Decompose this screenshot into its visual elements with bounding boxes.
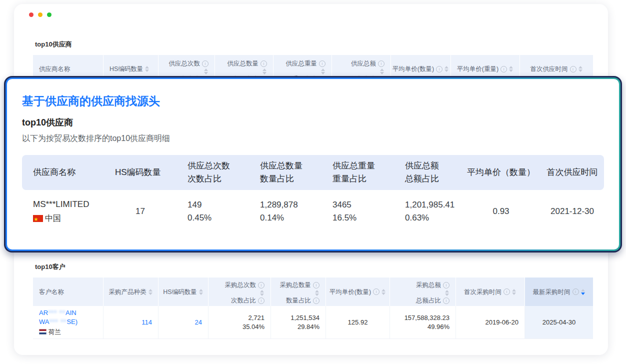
customers-table-header: 客户名称 采购产品种类 HS编码数量 采购总次数 次数占比 采购总数量 数量占比… xyxy=(33,278,593,306)
col-header-first-purchase-date[interactable]: 首次采购时间 xyxy=(456,278,525,306)
col-header-first-supply-date: 首次供应时间 xyxy=(540,155,604,190)
supply-weight-cell: 3465 16.5% xyxy=(322,190,394,233)
purchase-amount-cell: 157,588,328.23 49.96% xyxy=(390,306,456,339)
info-icon[interactable] xyxy=(443,282,450,288)
overlay-table-header: 供应商名称 HS编码数量 供应总次数 次数占比 供应总数量 数量占比 供应总重量 xyxy=(22,155,604,190)
page: top10供应商 供应商名称 HS编码数量 供应总次数 次数占比 供应总数量 数… xyxy=(0,0,626,364)
sort-icon[interactable] xyxy=(262,68,267,74)
col-header-customer-name: 客户名称 xyxy=(33,278,104,306)
close-window-button[interactable] xyxy=(29,12,34,17)
col-header-product-types[interactable]: 采购产品种类 xyxy=(104,278,158,306)
supplier-name-cell: MS***LIMITED 中国 xyxy=(22,190,104,233)
info-icon[interactable] xyxy=(378,60,384,67)
col-header-supplier-name: 供应商名称 xyxy=(22,155,104,190)
highlight-overlay-panel: 基于供应商的供应商找源头 top10供应商 以下为按贸易次数排序的top10供应… xyxy=(4,76,622,252)
supply-qty-cell: 1,289,878 0.14% xyxy=(249,190,322,233)
avg-price-cell: 125.92 xyxy=(326,306,390,339)
info-icon[interactable] xyxy=(313,298,320,304)
info-icon[interactable] xyxy=(436,66,442,72)
hs-code-count-link[interactable]: 24 xyxy=(195,318,202,327)
redacted-text: *** ** xyxy=(49,318,66,326)
sort-icon[interactable] xyxy=(145,66,150,72)
customers-section-title: top10客户 xyxy=(35,262,66,272)
customer-name-link[interactable]: AR*** **AIN xyxy=(39,308,97,318)
info-icon[interactable] xyxy=(258,298,264,304)
info-icon[interactable] xyxy=(313,282,320,288)
avg-price-cell: 0.93 xyxy=(462,190,540,233)
supplier-name: MS***LIMITED xyxy=(33,198,100,211)
sort-icon[interactable] xyxy=(148,289,153,295)
product-types-cell: 114 xyxy=(104,306,158,339)
col-header-latest-purchase-date[interactable]: 最新采购时间 xyxy=(525,278,593,306)
sort-icon[interactable] xyxy=(578,66,583,72)
col-header-supply-weight: 供应总重量 重量占比 xyxy=(322,155,394,190)
product-types-link[interactable]: 114 xyxy=(142,318,152,327)
customer-name-cell: AR*** **AIN WA*** **SE) 荷兰 xyxy=(33,306,104,339)
sort-icon[interactable] xyxy=(445,290,450,296)
info-icon[interactable] xyxy=(570,66,576,72)
col-header-hs-code-count[interactable]: HS编码数量 xyxy=(158,278,208,306)
hs-code-count-cell: 17 xyxy=(104,190,176,233)
purchase-qty-cell: 1,251,534 29.84% xyxy=(271,306,326,339)
overlay-heading: 基于供应商的供应商找源头 xyxy=(22,94,604,108)
info-icon[interactable] xyxy=(500,66,507,72)
col-header-supply-qty: 供应总数量 数量占比 xyxy=(249,155,322,190)
latest-purchase-date-cell: 2025-04-30 xyxy=(525,306,593,339)
customers-table-row: AR*** **AIN WA*** **SE) 荷兰 114 24 2,721 … xyxy=(33,306,593,339)
sort-icon[interactable] xyxy=(204,68,208,74)
info-icon[interactable] xyxy=(504,288,510,295)
sort-icon[interactable] xyxy=(444,66,449,72)
overlay-suppliers-table: 供应商名称 HS编码数量 供应总次数 次数占比 供应总数量 数量占比 供应总重量 xyxy=(22,155,604,233)
suppliers-section-title: top10供应商 xyxy=(35,40,72,49)
supply-times-cell: 149 0.45% xyxy=(176,190,249,233)
info-icon[interactable] xyxy=(373,288,380,295)
info-icon[interactable] xyxy=(319,60,326,67)
col-header-avg-price-qty: 平均单价（数量） xyxy=(462,155,540,190)
info-icon[interactable] xyxy=(202,60,208,67)
sort-icon[interactable] xyxy=(260,290,264,296)
window-controls xyxy=(29,12,52,17)
customer-name-link[interactable]: WA*** **SE) xyxy=(39,318,97,326)
info-icon[interactable] xyxy=(572,288,579,295)
info-icon[interactable] xyxy=(260,60,267,67)
supply-amount-cell: 1,201,985.41 0.63% xyxy=(394,190,462,233)
overlay-subtitle: 以下为按贸易次数排序的top10供应商明细 xyxy=(22,133,604,144)
sort-icon[interactable] xyxy=(321,68,326,74)
redacted-text: *** ** xyxy=(48,309,66,316)
col-header-purchase-amount[interactable]: 采购总额 总额占比 xyxy=(390,278,456,306)
overlay-content: 基于供应商的供应商找源头 top10供应商 以下为按贸易次数排序的top10供应… xyxy=(7,79,619,250)
customer-country: 荷兰 xyxy=(39,328,97,336)
col-header-supply-amount: 供应总额 总额占比 xyxy=(394,155,462,190)
col-header-purchase-qty[interactable]: 采购总数量 数量占比 xyxy=(271,278,326,306)
first-purchase-date-cell: 2019-06-20 xyxy=(456,306,525,339)
col-header-avg-price-qty[interactable]: 平均单价(数量) xyxy=(326,278,390,306)
overlay-section-title: top10供应商 xyxy=(22,116,604,128)
sort-desc-active-icon[interactable] xyxy=(581,289,586,295)
overlay-table-row: MS***LIMITED 中国 17 149 0.45% 1,289,878 0… xyxy=(22,190,604,233)
col-header-supply-times: 供应总次数 次数占比 xyxy=(176,155,249,190)
maximize-window-button[interactable] xyxy=(47,12,52,17)
sort-icon[interactable] xyxy=(199,289,204,295)
netherlands-flag-icon xyxy=(39,329,46,334)
first-supply-date-cell: 2021-12-30 xyxy=(540,190,604,233)
china-flag-icon xyxy=(33,215,43,222)
sort-icon[interactable] xyxy=(382,289,386,295)
info-icon[interactable] xyxy=(258,282,264,288)
purchase-times-cell: 2,721 35.04% xyxy=(208,306,271,339)
col-header-hs-code-count: HS编码数量 xyxy=(104,155,176,190)
sort-icon[interactable] xyxy=(315,290,320,296)
col-header-purchase-times[interactable]: 采购总次数 次数占比 xyxy=(208,278,271,306)
minimize-window-button[interactable] xyxy=(38,12,42,17)
sort-icon[interactable] xyxy=(509,66,514,72)
overlay-gradient-border: 基于供应商的供应商找源头 top10供应商 以下为按贸易次数排序的top10供应… xyxy=(6,78,620,251)
info-icon[interactable] xyxy=(443,298,450,304)
sort-icon[interactable] xyxy=(512,289,516,295)
supplier-country: 中国 xyxy=(33,212,100,225)
sort-icon[interactable] xyxy=(380,68,384,74)
hs-code-count-cell: 24 xyxy=(158,306,208,339)
